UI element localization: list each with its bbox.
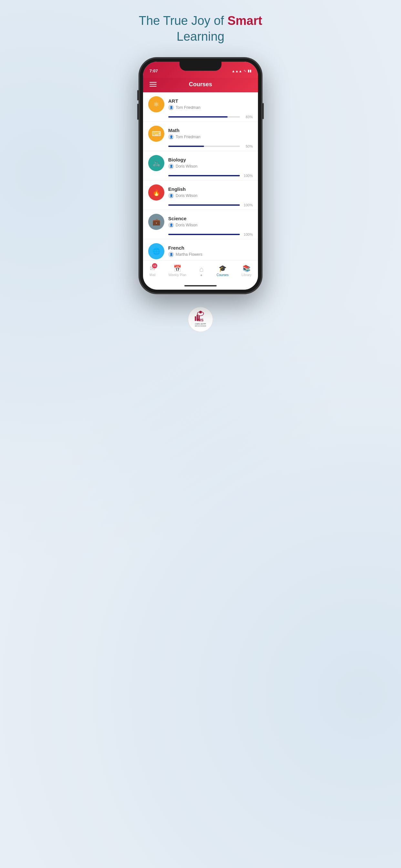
teacher-name: Doris Wilson — [176, 223, 197, 227]
headline-smart: Smart — [227, 14, 262, 27]
svg-text:NIS: NIS — [197, 318, 204, 322]
course-item[interactable]: 💼 Science 👤 Doris Wilson 100% — [143, 210, 258, 239]
svg-text:BRITISH DIVISION: BRITISH DIVISION — [195, 325, 206, 327]
course-item[interactable]: ⌨ Math 👤 Tom Friedman 50% — [143, 122, 258, 151]
status-icons: ▲▲▲ ∿ ▮▮ — [232, 69, 251, 73]
svg-rect-4 — [195, 316, 196, 321]
teacher-row: 👤 Martha Flowers — [168, 252, 253, 257]
home-indicator — [143, 283, 258, 290]
courses-icon: 🎓 — [219, 265, 227, 272]
progress-row: 100% — [148, 174, 253, 178]
teacher-avatar: 👤 — [168, 134, 174, 140]
course-item[interactable]: 🔥 English 👤 Doris Wilson 100% — [143, 181, 258, 210]
teacher-name: Doris Wilson — [176, 193, 197, 198]
nav-item-home[interactable]: ⌂ — [196, 264, 207, 277]
course-info: French 👤 Martha Flowers — [168, 245, 253, 257]
progress-bar-fill — [168, 175, 240, 176]
school-logo: NIS CAIRO, EGYPT BRITISH DIVISION — [188, 306, 213, 334]
teacher-avatar: 👤 — [168, 104, 174, 111]
headline-part2: Learning — [177, 30, 224, 43]
course-item[interactable]: ⚛ ART 👤 Tom Friedman 83% — [143, 92, 258, 122]
progress-bar-fill — [168, 205, 240, 206]
course-info: ART 👤 Tom Friedman — [168, 98, 253, 111]
course-item[interactable]: 🌐 French 👤 Martha Flowers 0% — [143, 239, 258, 260]
course-name: English — [168, 186, 253, 192]
app-header: Courses — [143, 78, 258, 92]
phone-screen: 7:07 ▲▲▲ ∿ ▮▮ Courses ⚛ ART — [143, 62, 258, 290]
courses-label: Courses — [217, 273, 228, 277]
teacher-name: Tom Friedman — [176, 105, 201, 110]
nav-item-library[interactable]: 📚 Library — [238, 263, 255, 278]
course-name: Math — [168, 128, 253, 133]
status-time: 7:07 — [150, 68, 158, 73]
teacher-row: 👤 Doris Wilson — [168, 193, 253, 198]
course-icon: 🚲 — [148, 155, 164, 171]
progress-percent: 100% — [243, 174, 253, 178]
teacher-row: 👤 Tom Friedman — [168, 104, 253, 111]
svg-text:CAIRO, EGYPT: CAIRO, EGYPT — [195, 323, 206, 325]
course-name: Science — [168, 216, 253, 221]
library-icon: 📚 — [243, 265, 251, 272]
svg-rect-5 — [197, 314, 198, 321]
progress-row: 100% — [148, 203, 253, 207]
teacher-name: Tom Friedman — [176, 135, 201, 139]
course-icon: ⚛ — [148, 96, 164, 113]
home-icon: ⌂ — [199, 265, 204, 274]
bottom-nav: 11 ✉ Mail 📅 Weekly Plan ⌂ 🎓 Courses 📚 Li… — [143, 260, 258, 283]
progress-bar-bg — [168, 175, 240, 176]
course-info: Biology 👤 Doris Wilson — [168, 157, 253, 169]
teacher-avatar: 👤 — [168, 163, 174, 169]
library-label: Library — [242, 273, 251, 277]
course-icon: ⌨ — [148, 126, 164, 142]
nav-item-mail[interactable]: 11 ✉ Mail — [146, 263, 158, 278]
phone-frame: 7:07 ▲▲▲ ∿ ▮▮ Courses ⚛ ART — [139, 58, 262, 293]
course-name: ART — [168, 98, 253, 104]
nav-item-weekly-plan[interactable]: 📅 Weekly Plan — [165, 263, 189, 278]
volume-buttons — [137, 90, 138, 120]
wifi-icon: ∿ — [243, 69, 246, 73]
power-button[interactable] — [263, 103, 264, 119]
mail-label: Mail — [150, 273, 155, 277]
signal-icon: ▲▲▲ — [232, 69, 242, 73]
headline-part1: The True Joy of — [139, 14, 227, 27]
volume-down-button[interactable] — [137, 104, 138, 120]
svg-rect-6 — [198, 316, 200, 321]
nav-item-courses[interactable]: 🎓 Courses — [213, 263, 232, 278]
course-info: Science 👤 Doris Wilson — [168, 216, 253, 228]
progress-bar-bg — [168, 146, 240, 147]
header-title: Courses — [189, 81, 212, 88]
teacher-avatar: 👤 — [168, 252, 174, 257]
progress-bar-fill — [168, 234, 240, 235]
progress-row: 100% — [148, 232, 253, 237]
course-item[interactable]: 🚲 Biology 👤 Doris Wilson 100% — [143, 151, 258, 181]
teacher-row: 👤 Doris Wilson — [168, 163, 253, 169]
progress-percent: 100% — [243, 203, 253, 207]
course-icon: 🔥 — [148, 184, 164, 200]
progress-bar-fill — [168, 146, 204, 147]
teacher-avatar: 👤 — [168, 222, 174, 228]
menu-button[interactable] — [150, 82, 157, 87]
course-info: English 👤 Doris Wilson — [168, 186, 253, 198]
teacher-name: Doris Wilson — [176, 164, 197, 168]
progress-percent: 83% — [243, 115, 253, 119]
course-icon: 💼 — [148, 214, 164, 230]
teacher-row: 👤 Doris Wilson — [168, 222, 253, 228]
progress-bar-fill — [168, 116, 227, 118]
progress-percent: 50% — [243, 144, 253, 148]
volume-up-button[interactable] — [137, 90, 138, 100]
weekly-plan-label: Weekly Plan — [168, 273, 186, 277]
notch — [180, 62, 221, 71]
status-bar: 7:07 ▲▲▲ ∿ ▮▮ — [143, 62, 258, 78]
page-headline: The True Joy of Smart Learning — [139, 13, 262, 45]
progress-row: 83% — [148, 115, 253, 119]
home-dot — [201, 275, 202, 276]
indicator-bar — [184, 285, 217, 286]
teacher-row: 👤 Tom Friedman — [168, 134, 253, 140]
svg-point-8 — [199, 311, 202, 313]
teacher-name: Martha Flowers — [176, 252, 203, 257]
nav-badge: 11 — [152, 263, 157, 268]
progress-bar-bg — [168, 234, 240, 235]
course-icon: 🌐 — [148, 243, 164, 259]
progress-percent: 100% — [243, 232, 253, 237]
progress-row: 50% — [148, 144, 253, 148]
